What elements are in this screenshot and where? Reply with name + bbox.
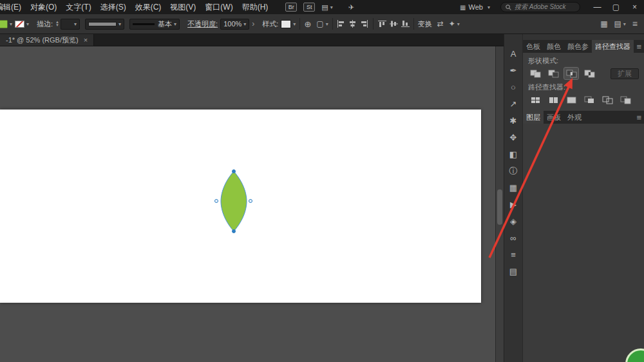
bridge-icon[interactable]: Br bbox=[285, 3, 297, 12]
style-swatch bbox=[281, 20, 291, 28]
width-profile-dropdown[interactable] bbox=[85, 19, 124, 30]
pathfinder-panel-tabs: 色板 颜色 颜色参 路径查找器 bbox=[523, 40, 644, 53]
minimize-button[interactable]: — bbox=[588, 0, 607, 14]
panel-menu-icon[interactable] bbox=[636, 42, 644, 52]
brush-panel-icon[interactable]: ✱ bbox=[507, 115, 520, 126]
preferences-icon[interactable] bbox=[316, 19, 328, 28]
tab-pathfinder[interactable]: 路径查找器 bbox=[592, 40, 634, 53]
control-bar: 描边: 基本 不透明度: 100% 样式: 变换 bbox=[0, 14, 644, 34]
right-dock: A ✒ ○ ↗ ✱ ✥ ◧ ⓘ ▦ ▶ ◈ ∞ ≡ ▤ 色板 颜色 颜色参 路径… bbox=[504, 34, 644, 362]
shape-builder-panel-icon[interactable]: ◧ bbox=[507, 149, 520, 160]
trim-button[interactable] bbox=[546, 94, 560, 106]
chevron-down-icon bbox=[74, 21, 77, 27]
links-panel-icon[interactable]: ∞ bbox=[507, 233, 520, 243]
tab-color[interactable]: 颜色 bbox=[544, 40, 564, 53]
search-icon bbox=[506, 5, 511, 10]
share-icon[interactable] bbox=[339, 3, 354, 12]
minus-front-button[interactable] bbox=[546, 68, 560, 79]
layers-panel[interactable] bbox=[523, 124, 644, 362]
export-panel-icon[interactable]: ↗ bbox=[507, 99, 520, 110]
unite-button[interactable] bbox=[528, 68, 542, 79]
expand-button[interactable]: 扩展 bbox=[611, 68, 639, 79]
pen-panel-icon[interactable]: ✒ bbox=[507, 65, 520, 76]
exclude-button[interactable] bbox=[582, 68, 596, 79]
align-vcenter-icon[interactable] bbox=[390, 20, 398, 28]
anchor-point-top[interactable] bbox=[232, 169, 236, 173]
symbols-panel-icon[interactable]: ◈ bbox=[507, 216, 520, 227]
swatch-panel-icon[interactable]: ✥ bbox=[507, 132, 520, 143]
document-setup-icon[interactable] bbox=[304, 19, 311, 29]
menu-select[interactable]: 选择(S) bbox=[96, 0, 131, 14]
style-dropdown[interactable] bbox=[281, 20, 296, 28]
artboards-panel-icon[interactable]: ▤ bbox=[507, 266, 520, 277]
panel-layout-icon[interactable] bbox=[614, 19, 625, 28]
tab-layers[interactable]: 图层 bbox=[523, 111, 544, 124]
merge-button[interactable] bbox=[564, 94, 578, 106]
align-hcenter-icon[interactable] bbox=[348, 20, 357, 28]
workspace-switcher[interactable]: Web bbox=[460, 3, 490, 11]
pathfinders-label: 路径查找器: bbox=[523, 79, 644, 94]
chevron-down-icon bbox=[293, 21, 296, 27]
tab-appearance[interactable]: 外观 bbox=[564, 111, 585, 124]
align-right-icon[interactable] bbox=[360, 20, 368, 28]
layers-panel-tabs: 图层 画板 外观 bbox=[523, 111, 644, 124]
fill-color-swatch[interactable] bbox=[0, 20, 12, 28]
arrange-documents-icon[interactable] bbox=[321, 3, 332, 12]
menu-type[interactable]: 文字(T) bbox=[61, 0, 95, 14]
tab-artboards[interactable]: 画板 bbox=[544, 111, 564, 124]
align-left-icon[interactable] bbox=[337, 20, 345, 28]
stroke-weight-stepper[interactable] bbox=[55, 21, 59, 27]
stroke-color-swatch[interactable] bbox=[15, 21, 29, 28]
tab-color-guide[interactable]: 颜色参 bbox=[564, 40, 592, 53]
free-transform-icon[interactable] bbox=[437, 19, 444, 28]
document-tab[interactable]: -1* @ 52% (RGB/预览) × bbox=[0, 34, 94, 46]
minus-back-button[interactable] bbox=[618, 94, 632, 106]
chevron-down-icon bbox=[457, 21, 460, 27]
shape-properties-icon[interactable] bbox=[449, 19, 460, 28]
stroke-weight-field[interactable] bbox=[61, 19, 80, 30]
anchor-point-bottom[interactable] bbox=[232, 229, 236, 233]
opacity-field[interactable]: 100% bbox=[220, 19, 249, 30]
grid-view-icon[interactable] bbox=[600, 19, 607, 28]
align-bottom-icon[interactable] bbox=[401, 20, 410, 28]
transform-label[interactable]: 变换 bbox=[418, 19, 432, 29]
stroke-panel-icon[interactable]: ≡ bbox=[507, 249, 520, 260]
leaf-shape[interactable] bbox=[217, 171, 251, 231]
tab-swatches[interactable]: 色板 bbox=[523, 40, 544, 53]
canvas[interactable] bbox=[0, 46, 504, 362]
grid-panel-icon[interactable]: ▦ bbox=[507, 182, 520, 193]
chevron-down-icon bbox=[174, 21, 176, 27]
divide-button[interactable] bbox=[528, 94, 542, 106]
menu-object[interactable]: 对象(O) bbox=[26, 0, 61, 14]
close-button[interactable]: × bbox=[625, 0, 644, 14]
menu-view[interactable]: 视图(V) bbox=[166, 0, 200, 14]
opacity-label[interactable]: 不透明度: bbox=[187, 19, 218, 29]
crop-button[interactable] bbox=[582, 94, 596, 106]
panel-icon-strip: A ✒ ○ ↗ ✱ ✥ ◧ ⓘ ▦ ▶ ◈ ∞ ≡ ▤ bbox=[504, 34, 523, 362]
tab-close-icon[interactable]: × bbox=[84, 36, 88, 44]
ellipse-panel-icon[interactable]: ○ bbox=[507, 82, 520, 93]
chevron-right-icon[interactable] bbox=[252, 19, 254, 28]
align-top-icon[interactable] bbox=[378, 20, 386, 28]
menu-window[interactable]: 窗口(W) bbox=[200, 0, 237, 14]
scrollbar-thumb[interactable] bbox=[497, 189, 502, 225]
outline-button[interactable] bbox=[600, 94, 614, 106]
intersect-button[interactable] bbox=[564, 68, 578, 79]
stock-search-input[interactable]: 搜索 Adobe Stock bbox=[500, 2, 580, 12]
bar-menu-icon[interactable] bbox=[632, 19, 638, 29]
restore-button[interactable]: ▢ bbox=[607, 0, 625, 14]
actions-panel-icon[interactable]: ▶ bbox=[507, 199, 520, 210]
anchor-point-right[interactable] bbox=[249, 199, 252, 203]
menu-edit[interactable]: 编辑(E) bbox=[0, 0, 26, 14]
chevron-down-icon bbox=[10, 21, 12, 27]
vertical-scrollbar[interactable] bbox=[495, 46, 504, 362]
panel-menu-icon[interactable] bbox=[636, 113, 644, 122]
anchor-point-left[interactable] bbox=[214, 199, 218, 203]
chevron-down-icon bbox=[330, 5, 333, 10]
stock-icon[interactable]: St bbox=[303, 3, 315, 12]
menu-help[interactable]: 帮助(H) bbox=[238, 0, 273, 14]
menu-effect[interactable]: 效果(C) bbox=[131, 0, 166, 14]
brush-definition-dropdown[interactable]: 基本 bbox=[129, 19, 180, 30]
type-panel-icon[interactable]: A bbox=[507, 48, 520, 59]
info-panel-icon[interactable]: ⓘ bbox=[507, 166, 520, 176]
